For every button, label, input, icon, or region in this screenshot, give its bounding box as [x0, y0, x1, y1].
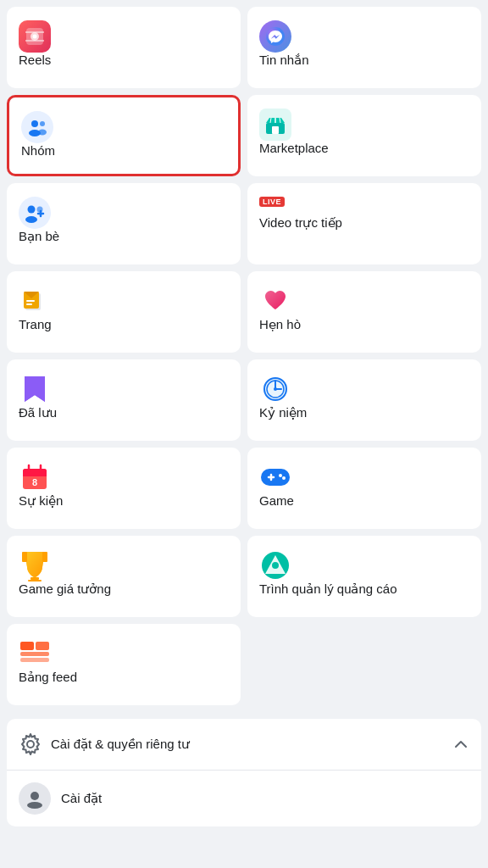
- svg-rect-42: [22, 552, 27, 562]
- svg-text:8: 8: [32, 477, 37, 487]
- tournament-label: Game giá tưởng: [19, 581, 111, 597]
- menu-item-marketplace[interactable]: Marketplace: [247, 95, 481, 176]
- menu-item-messages[interactable]: Tin nhắn: [247, 7, 481, 88]
- chevron-up-icon: [452, 736, 469, 753]
- settings-item-settings[interactable]: Cài đặt: [7, 771, 481, 826]
- svg-point-55: [27, 802, 42, 809]
- feedboard-label: Bảng feed: [19, 670, 77, 685]
- svg-rect-43: [42, 552, 47, 562]
- menu-item-live[interactable]: LIVE Video trực tiếp: [247, 183, 481, 264]
- admanager-label: Trình quản lý quảng cáo: [259, 581, 397, 597]
- svg-point-53: [27, 741, 34, 748]
- svg-point-6: [31, 120, 38, 127]
- svg-point-7: [40, 121, 45, 126]
- games-icon: [259, 461, 291, 493]
- live-icon: LIVE: [259, 197, 285, 207]
- menu-item-saved[interactable]: Đã lưu: [7, 359, 241, 441]
- settings-header[interactable]: Cài đặt & quyền riêng tư: [7, 719, 481, 771]
- memories-icon: [259, 373, 291, 405]
- settings-section: Cài đặt & quyền riêng tư Cài đặt: [7, 719, 481, 826]
- svg-rect-24: [26, 303, 32, 305]
- reels-icon: [19, 20, 51, 53]
- svg-rect-33: [23, 473, 47, 476]
- pages-label: Trang: [19, 317, 52, 331]
- settings-user-icon: [19, 782, 51, 815]
- settings-item-label: Cài đặt: [61, 791, 102, 806]
- admanager-icon: [259, 549, 291, 581]
- svg-rect-37: [261, 469, 290, 486]
- menu-item-groups[interactable]: Nhóm: [7, 95, 241, 176]
- svg-rect-49: [20, 642, 34, 650]
- memories-label: Kỷ niệm: [259, 405, 307, 420]
- svg-point-40: [279, 474, 282, 477]
- dating-label: Hẹn hò: [259, 317, 301, 332]
- svg-point-41: [282, 476, 286, 480]
- pages-icon: [19, 285, 51, 317]
- menu-item-events[interactable]: 8 Sự kiện: [7, 448, 241, 529]
- svg-rect-4: [25, 40, 44, 42]
- menu-item-pages[interactable]: Trang: [7, 271, 241, 353]
- svg-rect-51: [20, 652, 49, 656]
- svg-point-30: [274, 387, 277, 391]
- saved-label: Đã lưu: [19, 405, 57, 420]
- reels-label: Reels: [19, 53, 51, 67]
- svg-rect-3: [25, 31, 44, 33]
- svg-rect-23: [26, 300, 35, 302]
- tournament-icon: [19, 549, 51, 581]
- dating-icon: [259, 285, 291, 317]
- menu-grid: Reels Tin nhắn: [0, 0, 488, 712]
- empty-cell: [247, 624, 481, 705]
- saved-icon: [19, 373, 51, 405]
- menu-item-feedboard[interactable]: Bảng feed: [7, 624, 241, 705]
- svg-rect-11: [272, 126, 279, 134]
- menu-item-dating[interactable]: Hẹn hò: [247, 271, 481, 353]
- menu-item-friends[interactable]: Bạn bè: [7, 183, 241, 264]
- menu-item-tournament[interactable]: Game giá tưởng: [7, 536, 241, 617]
- svg-rect-50: [36, 642, 49, 650]
- games-label: Game: [259, 493, 294, 508]
- events-icon: 8: [19, 461, 51, 493]
- menu-item-memories[interactable]: Kỷ niệm: [247, 359, 481, 441]
- friends-icon: [19, 197, 51, 229]
- feedboard-icon: [19, 637, 51, 670]
- settings-header-text: Cài đặt & quyền riêng tư: [51, 737, 190, 752]
- friends-label: Bạn bè: [19, 229, 59, 244]
- groups-icon: [21, 111, 53, 143]
- svg-point-16: [25, 216, 37, 223]
- messenger-icon: [259, 20, 291, 53]
- messages-label: Tin nhắn: [259, 53, 308, 68]
- events-label: Sự kiện: [19, 493, 63, 509]
- marketplace-icon: [259, 108, 291, 141]
- menu-item-admanager[interactable]: Trình quản lý quảng cáo: [247, 536, 481, 617]
- svg-point-48: [272, 562, 279, 569]
- menu-item-games[interactable]: Game: [247, 448, 481, 529]
- svg-point-54: [30, 792, 39, 800]
- marketplace-label: Marketplace: [259, 141, 329, 155]
- svg-point-9: [38, 130, 47, 136]
- settings-header-left: Cài đặt & quyền riêng tư: [19, 732, 190, 756]
- svg-rect-52: [20, 658, 49, 662]
- live-label: Video trực tiếp: [259, 215, 342, 231]
- svg-point-15: [28, 206, 36, 214]
- menu-item-reels[interactable]: Reels: [7, 7, 241, 88]
- svg-point-2: [33, 35, 37, 39]
- groups-label: Nhóm: [21, 143, 55, 158]
- main-container: Reels Tin nhắn: [0, 0, 488, 826]
- svg-rect-44: [30, 577, 39, 580]
- gear-icon: [19, 732, 42, 756]
